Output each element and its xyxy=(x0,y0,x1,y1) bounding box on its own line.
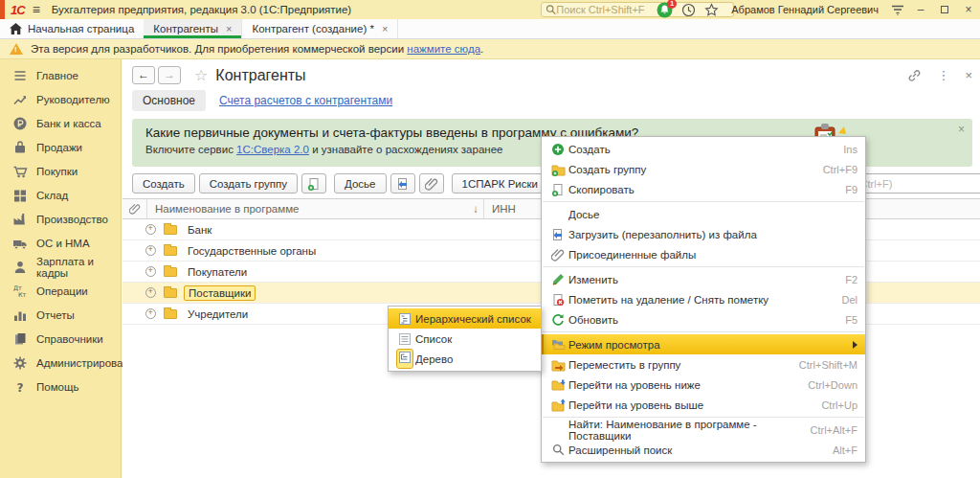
close-page-icon[interactable]: × xyxy=(965,68,972,82)
expand-icon[interactable] xyxy=(145,287,156,298)
sidebar-item-directories[interactable]: Справочники xyxy=(0,327,121,351)
bank-icon xyxy=(12,116,28,131)
dev-version-warning: Эта версия для разработчиков. Для приобр… xyxy=(0,39,980,59)
sidebar-item-manager[interactable]: Руководителю xyxy=(0,87,121,111)
level-up-icon xyxy=(551,398,566,412)
menu-item-view-mode[interactable]: Режим просмотра xyxy=(542,334,865,354)
load-file-icon xyxy=(551,228,565,241)
tree-icon xyxy=(398,351,412,364)
sidebar-item-bank[interactable]: Банк и касса xyxy=(0,111,121,135)
menu-item-advanced-search[interactable]: Расширенный поиск Alt+F xyxy=(542,440,865,460)
help-icon: ? xyxy=(12,379,28,395)
buy-version-link[interactable]: нажмите сюда xyxy=(407,43,480,55)
submenu-item-tree[interactable]: Дерево xyxy=(389,349,541,369)
sidebar-item-salary[interactable]: Зарплата и кадры xyxy=(0,255,121,279)
expand-icon[interactable] xyxy=(145,245,156,256)
forward-button[interactable]: → xyxy=(158,66,181,84)
mark-delete-icon xyxy=(551,293,565,307)
sidebar-item-purchases[interactable]: Покупки xyxy=(0,159,121,183)
history-icon[interactable] xyxy=(681,3,696,17)
reports-icon xyxy=(12,307,28,323)
back-button[interactable]: ← xyxy=(132,66,155,84)
banner-close-icon[interactable]: × xyxy=(958,123,965,136)
page-header: ← → ☆ Контрагенты ⋮ × xyxy=(122,59,980,88)
restore-button[interactable] xyxy=(937,3,952,16)
current-user[interactable]: Абрамов Геннадий Сергеевич xyxy=(731,4,879,15)
attached-files-button[interactable] xyxy=(419,173,444,193)
submenu-item-hierarchical[interactable]: Иерархический список xyxy=(389,308,541,329)
sidebar-item-help[interactable]: ? Помощь xyxy=(0,375,121,398)
service-menu-icon[interactable] xyxy=(891,4,904,15)
1c-logo: 1С xyxy=(11,3,25,17)
menu-item-load-from-file[interactable]: Загрузить (перезаполнить) из файла xyxy=(542,224,865,244)
menu-item-create[interactable]: Создать Ins xyxy=(542,139,865,159)
sverka-link[interactable]: 1С:Сверка 2.0 xyxy=(236,144,309,155)
main-menu-icon[interactable]: ≡ xyxy=(33,2,40,17)
submenu-arrow-icon xyxy=(853,341,858,349)
operations-icon: ДтКт xyxy=(12,284,28,299)
copy-icon xyxy=(307,177,321,191)
copy-button[interactable] xyxy=(301,173,326,193)
column-name[interactable]: Наименование в программе ↓ xyxy=(147,199,484,218)
menu-item-copy[interactable]: Скопировать F9 xyxy=(542,179,865,199)
window-title: Бухгалтерия предприятия, редакция 3.0 (1… xyxy=(52,4,351,15)
menu-item-edit[interactable]: Изменить F2 xyxy=(542,269,865,289)
folder-icon xyxy=(164,288,177,298)
get-link-icon[interactable] xyxy=(907,69,922,82)
tab-osnovnoe[interactable]: Основное xyxy=(132,90,206,111)
menu-item-move-to-group[interactable]: Переместить в группу Ctrl+Shift+M xyxy=(542,354,865,375)
main-icon xyxy=(12,68,28,83)
menu-item-level-up[interactable]: Перейти на уровень выше Ctrl+Up xyxy=(542,395,865,415)
dossier-button[interactable]: Досье xyxy=(334,173,386,193)
more-actions-icon[interactable]: ⋮ xyxy=(937,68,949,82)
menu-item-create-group[interactable]: Создать группу Ctrl+F9 xyxy=(542,159,865,179)
menu-separator xyxy=(543,266,864,267)
create-button[interactable]: Создать xyxy=(132,173,195,193)
folder-icon xyxy=(164,246,177,256)
expand-icon[interactable] xyxy=(145,224,156,235)
tab-home[interactable]: Начальная страница xyxy=(0,19,144,38)
tab-kontragenty[interactable]: Контрагенты × xyxy=(144,19,242,38)
menu-item-find[interactable]: Найти: Наименование в программе - Постав… xyxy=(542,420,865,440)
folder-icon xyxy=(164,309,177,319)
create-group-button[interactable]: Создать группу xyxy=(199,173,298,193)
favorites-star-icon[interactable] xyxy=(704,3,719,17)
search-icon xyxy=(546,4,556,15)
submenu-item-list[interactable]: Список xyxy=(389,329,541,349)
edit-icon xyxy=(551,273,565,286)
sidebar-item-warehouse[interactable]: Склад xyxy=(0,183,121,207)
sidebar-item-reports[interactable]: Отчеты xyxy=(0,303,121,327)
sidebar-item-production[interactable]: Производство xyxy=(0,207,121,231)
menu-item-dossier[interactable]: Досье xyxy=(542,204,865,224)
favorite-star-icon[interactable]: ☆ xyxy=(194,66,208,84)
warehouse-icon xyxy=(12,188,28,203)
warning-icon xyxy=(10,43,23,55)
expand-icon[interactable] xyxy=(145,308,156,319)
close-window-button[interactable]: × xyxy=(961,3,976,16)
more-menu: Создать Ins Создать группу Ctrl+F9 Скопи… xyxy=(541,136,866,463)
administration-icon xyxy=(12,355,28,371)
menu-item-refresh[interactable]: Обновить F5 xyxy=(542,309,865,330)
sidebar-item-sales[interactable]: Продажи xyxy=(0,135,121,159)
sidebar-item-main[interactable]: Главное xyxy=(0,63,121,87)
minimize-button[interactable]: – xyxy=(913,3,928,16)
sidebar-item-operations[interactable]: ДтКт Операции xyxy=(0,279,121,303)
sidebar-item-administration[interactable]: Администрирование xyxy=(0,351,121,375)
tab-accounts-link[interactable]: Счета расчетов с контрагентами xyxy=(219,94,392,107)
paperclip-icon xyxy=(551,248,565,262)
menu-item-attached-files[interactable]: Присоединенные файлы xyxy=(542,244,865,264)
close-icon[interactable]: × xyxy=(382,23,388,34)
production-icon xyxy=(12,212,28,227)
expand-icon[interactable] xyxy=(145,266,156,277)
menu-item-mark-deletion[interactable]: Пометить на удаление / Снять пометку Del xyxy=(542,289,865,309)
page-tabs: Основное Счета расчетов с контрагентами xyxy=(122,88,980,117)
sections-panel: Главное Руководителю Банк и касса Продаж… xyxy=(0,59,122,478)
notifications-icon[interactable]: 1 xyxy=(657,2,673,18)
salary-icon xyxy=(12,260,28,275)
menu-item-level-down[interactable]: Перейти на уровень ниже Ctrl+Down xyxy=(542,375,865,395)
svg-text:Кт: Кт xyxy=(18,291,27,299)
tab-kontragent-new[interactable]: Контрагент (создание) * × xyxy=(242,19,398,38)
sidebar-item-fixed-assets[interactable]: ОС и НМА xyxy=(0,231,121,255)
close-icon[interactable]: × xyxy=(226,23,232,34)
load-from-file-button[interactable] xyxy=(390,173,415,193)
